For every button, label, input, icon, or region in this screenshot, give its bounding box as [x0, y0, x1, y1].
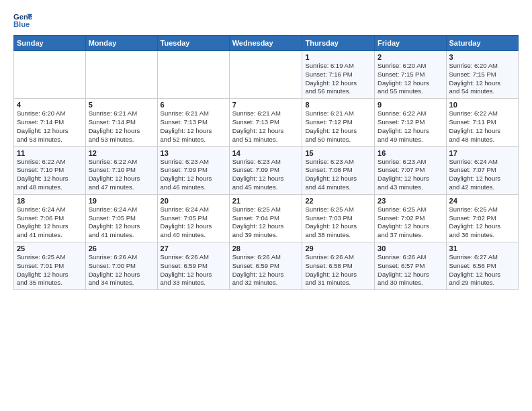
weekday-header: Thursday	[302, 36, 375, 51]
day-number: 8	[305, 101, 371, 109]
calendar-cell: 9Sunrise: 6:22 AMSunset: 7:12 PMDaylight…	[375, 99, 446, 146]
day-number: 16	[378, 149, 443, 157]
weekday-header-row: SundayMondayTuesdayWednesdayThursdayFrid…	[14, 36, 519, 51]
day-number: 9	[378, 101, 443, 109]
day-info: Sunrise: 6:21 AMSunset: 7:13 PMDaylight:…	[161, 109, 226, 144]
calendar-cell: 29Sunrise: 6:26 AMSunset: 6:58 PMDayligh…	[302, 242, 375, 290]
weekday-header: Saturday	[446, 36, 518, 51]
day-info: Sunrise: 6:22 AMSunset: 7:10 PMDaylight:…	[17, 158, 83, 192]
day-info: Sunrise: 6:26 AMSunset: 6:59 PMDaylight:…	[161, 253, 226, 287]
calendar-cell: 5Sunrise: 6:21 AMSunset: 7:14 PMDaylight…	[85, 99, 157, 146]
calendar-week-row: 25Sunrise: 6:25 AMSunset: 7:01 PMDayligh…	[14, 242, 519, 290]
weekday-header: Monday	[85, 36, 157, 51]
day-info: Sunrise: 6:22 AMSunset: 7:12 PMDaylight:…	[378, 109, 443, 144]
day-number: 4	[17, 101, 83, 109]
svg-text:Blue: Blue	[13, 20, 30, 28]
day-number: 18	[17, 197, 83, 205]
day-number: 21	[232, 197, 300, 205]
calendar-cell: 2Sunrise: 6:20 AMSunset: 7:15 PMDaylight…	[375, 51, 446, 99]
calendar-cell	[157, 51, 229, 99]
calendar-cell: 22Sunrise: 6:25 AMSunset: 7:03 PMDayligh…	[302, 194, 375, 242]
day-info: Sunrise: 6:25 AMSunset: 7:02 PMDaylight:…	[449, 205, 515, 240]
calendar-cell: 17Sunrise: 6:24 AMSunset: 7:07 PMDayligh…	[446, 146, 518, 194]
calendar-cell: 30Sunrise: 6:26 AMSunset: 6:57 PMDayligh…	[375, 242, 446, 290]
calendar-cell: 8Sunrise: 6:21 AMSunset: 7:12 PMDaylight…	[302, 99, 375, 146]
day-number: 27	[161, 244, 226, 253]
day-info: Sunrise: 6:26 AMSunset: 6:58 PMDaylight:…	[305, 253, 371, 287]
day-info: Sunrise: 6:23 AMSunset: 7:09 PMDaylight:…	[161, 158, 226, 192]
day-number: 1	[305, 53, 371, 61]
weekday-header: Sunday	[14, 36, 86, 51]
day-number: 24	[449, 197, 515, 205]
day-number: 23	[378, 197, 443, 205]
day-number: 28	[232, 244, 300, 253]
day-number: 7	[232, 101, 300, 109]
calendar-cell: 11Sunrise: 6:22 AMSunset: 7:10 PMDayligh…	[14, 146, 86, 194]
calendar-cell	[14, 51, 86, 99]
day-info: Sunrise: 6:26 AMSunset: 6:59 PMDaylight:…	[232, 253, 300, 287]
day-info: Sunrise: 6:25 AMSunset: 7:03 PMDaylight:…	[305, 205, 371, 240]
calendar-cell	[229, 51, 302, 99]
day-info: Sunrise: 6:25 AMSunset: 7:01 PMDaylight:…	[17, 253, 83, 287]
day-number: 2	[378, 53, 443, 61]
calendar-page: General Blue SundayMondayTuesdayWednesda…	[0, 0, 532, 411]
day-info: Sunrise: 6:23 AMSunset: 7:09 PMDaylight:…	[232, 158, 300, 192]
day-info: Sunrise: 6:25 AMSunset: 7:02 PMDaylight:…	[378, 205, 443, 240]
day-info: Sunrise: 6:26 AMSunset: 6:57 PMDaylight:…	[378, 253, 443, 287]
day-info: Sunrise: 6:23 AMSunset: 7:07 PMDaylight:…	[378, 158, 443, 192]
day-info: Sunrise: 6:24 AMSunset: 7:05 PMDaylight:…	[161, 205, 226, 240]
day-info: Sunrise: 6:21 AMSunset: 7:12 PMDaylight:…	[305, 109, 371, 144]
calendar-cell: 16Sunrise: 6:23 AMSunset: 7:07 PMDayligh…	[375, 146, 446, 194]
page-header: General Blue	[13, 11, 519, 30]
calendar-cell: 3Sunrise: 6:20 AMSunset: 7:15 PMDaylight…	[446, 51, 518, 99]
day-number: 31	[449, 244, 515, 253]
calendar-cell: 10Sunrise: 6:22 AMSunset: 7:11 PMDayligh…	[446, 99, 518, 146]
calendar-cell: 19Sunrise: 6:24 AMSunset: 7:05 PMDayligh…	[85, 194, 157, 242]
logo-icon: General Blue	[13, 11, 32, 30]
day-number: 11	[17, 149, 83, 157]
day-info: Sunrise: 6:20 AMSunset: 7:14 PMDaylight:…	[17, 109, 83, 144]
calendar-cell: 24Sunrise: 6:25 AMSunset: 7:02 PMDayligh…	[446, 194, 518, 242]
day-number: 13	[161, 149, 226, 157]
day-number: 26	[89, 244, 154, 253]
calendar-cell: 27Sunrise: 6:26 AMSunset: 6:59 PMDayligh…	[157, 242, 229, 290]
day-info: Sunrise: 6:26 AMSunset: 7:00 PMDaylight:…	[89, 253, 154, 287]
calendar-cell	[85, 51, 157, 99]
calendar-cell: 20Sunrise: 6:24 AMSunset: 7:05 PMDayligh…	[157, 194, 229, 242]
day-info: Sunrise: 6:20 AMSunset: 7:15 PMDaylight:…	[449, 62, 515, 96]
day-info: Sunrise: 6:21 AMSunset: 7:14 PMDaylight:…	[89, 109, 154, 144]
day-info: Sunrise: 6:25 AMSunset: 7:04 PMDaylight:…	[232, 205, 300, 240]
day-number: 12	[89, 149, 154, 157]
calendar-cell: 18Sunrise: 6:24 AMSunset: 7:06 PMDayligh…	[14, 194, 86, 242]
logo: General Blue	[13, 11, 32, 30]
calendar-cell: 7Sunrise: 6:21 AMSunset: 7:13 PMDaylight…	[229, 99, 302, 146]
calendar-week-row: 4Sunrise: 6:20 AMSunset: 7:14 PMDaylight…	[14, 99, 519, 146]
calendar-cell: 14Sunrise: 6:23 AMSunset: 7:09 PMDayligh…	[229, 146, 302, 194]
calendar-cell: 28Sunrise: 6:26 AMSunset: 6:59 PMDayligh…	[229, 242, 302, 290]
day-number: 17	[449, 149, 515, 157]
calendar-cell: 21Sunrise: 6:25 AMSunset: 7:04 PMDayligh…	[229, 194, 302, 242]
calendar-week-row: 1Sunrise: 6:19 AMSunset: 7:16 PMDaylight…	[14, 51, 519, 99]
day-info: Sunrise: 6:24 AMSunset: 7:05 PMDaylight:…	[89, 205, 154, 240]
calendar-cell: 23Sunrise: 6:25 AMSunset: 7:02 PMDayligh…	[375, 194, 446, 242]
day-info: Sunrise: 6:19 AMSunset: 7:16 PMDaylight:…	[305, 62, 371, 96]
weekday-header: Friday	[375, 36, 446, 51]
weekday-header: Tuesday	[157, 36, 229, 51]
calendar-cell: 15Sunrise: 6:23 AMSunset: 7:08 PMDayligh…	[302, 146, 375, 194]
calendar-week-row: 11Sunrise: 6:22 AMSunset: 7:10 PMDayligh…	[14, 146, 519, 194]
calendar-week-row: 18Sunrise: 6:24 AMSunset: 7:06 PMDayligh…	[14, 194, 519, 242]
day-number: 30	[378, 244, 443, 253]
day-number: 3	[449, 53, 515, 61]
day-number: 19	[89, 197, 154, 205]
day-number: 29	[305, 244, 371, 253]
day-info: Sunrise: 6:20 AMSunset: 7:15 PMDaylight:…	[378, 62, 443, 96]
calendar-cell: 26Sunrise: 6:26 AMSunset: 7:00 PMDayligh…	[85, 242, 157, 290]
weekday-header: Wednesday	[229, 36, 302, 51]
day-info: Sunrise: 6:27 AMSunset: 6:56 PMDaylight:…	[449, 253, 515, 287]
day-number: 15	[305, 149, 371, 157]
day-info: Sunrise: 6:24 AMSunset: 7:07 PMDaylight:…	[449, 158, 515, 192]
calendar-cell: 12Sunrise: 6:22 AMSunset: 7:10 PMDayligh…	[85, 146, 157, 194]
day-number: 22	[305, 197, 371, 205]
calendar-table: SundayMondayTuesdayWednesdayThursdayFrid…	[13, 35, 519, 290]
calendar-cell: 4Sunrise: 6:20 AMSunset: 7:14 PMDaylight…	[14, 99, 86, 146]
